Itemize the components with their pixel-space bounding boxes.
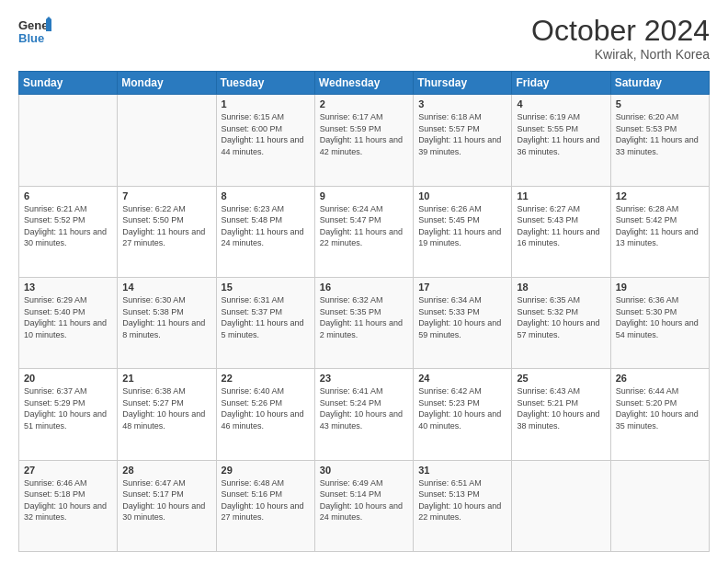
sunset-text: Sunset: 5:14 PM xyxy=(320,488,408,500)
day-number: 10 xyxy=(418,190,506,201)
sunset-text: Sunset: 5:29 PM xyxy=(24,397,112,409)
day-number: 12 xyxy=(616,190,704,201)
page-header: General Blue October 2024 Kwirak, North … xyxy=(18,15,710,62)
day-info: Sunrise: 6:27 AMSunset: 5:43 PMDaylight:… xyxy=(517,203,605,249)
day-info: Sunrise: 6:46 AMSunset: 5:18 PMDaylight:… xyxy=(24,477,112,523)
daylight-text: Daylight: 11 hours and 33 minutes. xyxy=(616,134,704,157)
sunset-text: Sunset: 5:24 PM xyxy=(320,397,408,409)
sunrise-text: Sunrise: 6:28 AM xyxy=(616,203,704,215)
table-row: 30Sunrise: 6:49 AMSunset: 5:14 PMDayligh… xyxy=(314,460,413,551)
day-info: Sunrise: 6:49 AMSunset: 5:14 PMDaylight:… xyxy=(320,477,408,523)
sunset-text: Sunset: 5:40 PM xyxy=(24,306,112,318)
sunrise-text: Sunrise: 6:35 AM xyxy=(517,294,605,306)
table-row xyxy=(19,95,118,186)
sunrise-text: Sunrise: 6:27 AM xyxy=(517,203,605,215)
day-number: 31 xyxy=(418,465,506,476)
sunset-text: Sunset: 5:38 PM xyxy=(122,306,210,318)
day-info: Sunrise: 6:20 AMSunset: 5:53 PMDaylight:… xyxy=(616,111,704,157)
sunrise-text: Sunrise: 6:32 AM xyxy=(320,294,408,306)
daylight-text: Daylight: 10 hours and 43 minutes. xyxy=(320,408,408,431)
table-row xyxy=(512,460,610,551)
sunset-text: Sunset: 5:47 PM xyxy=(320,214,408,226)
sunrise-text: Sunrise: 6:34 AM xyxy=(418,294,506,306)
table-row: 15Sunrise: 6:31 AMSunset: 5:37 PMDayligh… xyxy=(216,277,314,368)
day-info: Sunrise: 6:47 AMSunset: 5:17 PMDaylight:… xyxy=(122,477,210,523)
table-row: 12Sunrise: 6:28 AMSunset: 5:42 PMDayligh… xyxy=(610,186,709,277)
day-number: 24 xyxy=(418,373,506,384)
daylight-text: Daylight: 10 hours and 35 minutes. xyxy=(616,408,704,431)
day-info: Sunrise: 6:32 AMSunset: 5:35 PMDaylight:… xyxy=(320,294,408,340)
table-row: 4Sunrise: 6:19 AMSunset: 5:55 PMDaylight… xyxy=(512,95,610,186)
sunset-text: Sunset: 5:55 PM xyxy=(517,123,605,135)
table-row: 19Sunrise: 6:36 AMSunset: 5:30 PMDayligh… xyxy=(610,277,709,368)
sunset-text: Sunset: 5:18 PM xyxy=(24,488,112,500)
sunrise-text: Sunrise: 6:48 AM xyxy=(222,477,310,489)
day-info: Sunrise: 6:44 AMSunset: 5:20 PMDaylight:… xyxy=(616,385,704,431)
table-row: 25Sunrise: 6:43 AMSunset: 5:21 PMDayligh… xyxy=(512,369,610,460)
day-info: Sunrise: 6:34 AMSunset: 5:33 PMDaylight:… xyxy=(418,294,506,340)
day-number: 20 xyxy=(24,373,112,384)
day-info: Sunrise: 6:17 AMSunset: 5:59 PMDaylight:… xyxy=(320,111,408,157)
table-row: 24Sunrise: 6:42 AMSunset: 5:23 PMDayligh… xyxy=(414,369,512,460)
table-row: 5Sunrise: 6:20 AMSunset: 5:53 PMDaylight… xyxy=(610,95,709,186)
daylight-text: Daylight: 11 hours and 42 minutes. xyxy=(320,134,408,157)
header-monday: Monday xyxy=(118,72,216,95)
daylight-text: Daylight: 10 hours and 30 minutes. xyxy=(122,500,210,523)
calendar-title: October 2024 xyxy=(531,15,710,47)
sunset-text: Sunset: 5:33 PM xyxy=(418,306,506,318)
sunrise-text: Sunrise: 6:18 AM xyxy=(418,111,506,123)
day-number: 8 xyxy=(222,190,310,201)
day-info: Sunrise: 6:28 AMSunset: 5:42 PMDaylight:… xyxy=(616,203,704,249)
daylight-text: Daylight: 11 hours and 10 minutes. xyxy=(24,317,112,340)
day-number: 29 xyxy=(222,465,310,476)
table-row: 26Sunrise: 6:44 AMSunset: 5:20 PMDayligh… xyxy=(610,369,709,460)
daylight-text: Daylight: 11 hours and 24 minutes. xyxy=(222,226,310,249)
daylight-text: Daylight: 11 hours and 16 minutes. xyxy=(517,226,605,249)
day-info: Sunrise: 6:42 AMSunset: 5:23 PMDaylight:… xyxy=(418,385,506,431)
day-number: 4 xyxy=(517,98,605,109)
sunrise-text: Sunrise: 6:46 AM xyxy=(24,477,112,489)
table-row: 6Sunrise: 6:21 AMSunset: 5:52 PMDaylight… xyxy=(19,186,118,277)
day-info: Sunrise: 6:15 AMSunset: 6:00 PMDaylight:… xyxy=(222,111,310,157)
daylight-text: Daylight: 11 hours and 30 minutes. xyxy=(24,226,112,249)
day-number: 9 xyxy=(320,190,408,201)
sunset-text: Sunset: 5:43 PM xyxy=(517,214,605,226)
sunrise-text: Sunrise: 6:42 AM xyxy=(418,385,506,397)
sunrise-text: Sunrise: 6:23 AM xyxy=(222,203,310,215)
sunrise-text: Sunrise: 6:37 AM xyxy=(24,385,112,397)
daylight-text: Daylight: 10 hours and 48 minutes. xyxy=(122,408,210,431)
daylight-text: Daylight: 11 hours and 2 minutes. xyxy=(320,317,408,340)
table-row: 11Sunrise: 6:27 AMSunset: 5:43 PMDayligh… xyxy=(512,186,610,277)
daylight-text: Daylight: 11 hours and 8 minutes. xyxy=(122,317,210,340)
table-row xyxy=(118,95,216,186)
day-number: 27 xyxy=(24,465,112,476)
day-number: 21 xyxy=(122,373,210,384)
sunset-text: Sunset: 5:20 PM xyxy=(616,397,704,409)
day-info: Sunrise: 6:51 AMSunset: 5:13 PMDaylight:… xyxy=(418,477,506,523)
daylight-text: Daylight: 11 hours and 5 minutes. xyxy=(222,317,310,340)
sunrise-text: Sunrise: 6:21 AM xyxy=(24,203,112,215)
table-row: 13Sunrise: 6:29 AMSunset: 5:40 PMDayligh… xyxy=(19,277,118,368)
calendar-week-row: 13Sunrise: 6:29 AMSunset: 5:40 PMDayligh… xyxy=(19,277,710,368)
calendar-week-row: 1Sunrise: 6:15 AMSunset: 6:00 PMDaylight… xyxy=(19,95,710,186)
day-number: 2 xyxy=(320,98,408,109)
day-info: Sunrise: 6:43 AMSunset: 5:21 PMDaylight:… xyxy=(517,385,605,431)
sunset-text: Sunset: 5:27 PM xyxy=(122,397,210,409)
day-number: 14 xyxy=(122,282,210,293)
daylight-text: Daylight: 10 hours and 54 minutes. xyxy=(616,317,704,340)
sunrise-text: Sunrise: 6:47 AM xyxy=(122,477,210,489)
sunrise-text: Sunrise: 6:26 AM xyxy=(418,203,506,215)
day-info: Sunrise: 6:31 AMSunset: 5:37 PMDaylight:… xyxy=(222,294,310,340)
day-info: Sunrise: 6:40 AMSunset: 5:26 PMDaylight:… xyxy=(222,385,310,431)
calendar-week-row: 27Sunrise: 6:46 AMSunset: 5:18 PMDayligh… xyxy=(19,460,710,551)
daylight-text: Daylight: 10 hours and 32 minutes. xyxy=(24,500,112,523)
day-number: 19 xyxy=(616,282,704,293)
daylight-text: Daylight: 11 hours and 36 minutes. xyxy=(517,134,605,157)
table-row: 21Sunrise: 6:38 AMSunset: 5:27 PMDayligh… xyxy=(118,369,216,460)
day-number: 16 xyxy=(320,282,408,293)
day-info: Sunrise: 6:41 AMSunset: 5:24 PMDaylight:… xyxy=(320,385,408,431)
sunrise-text: Sunrise: 6:38 AM xyxy=(122,385,210,397)
day-number: 17 xyxy=(418,282,506,293)
day-info: Sunrise: 6:30 AMSunset: 5:38 PMDaylight:… xyxy=(122,294,210,340)
logo-graphic: General Blue xyxy=(18,15,51,52)
